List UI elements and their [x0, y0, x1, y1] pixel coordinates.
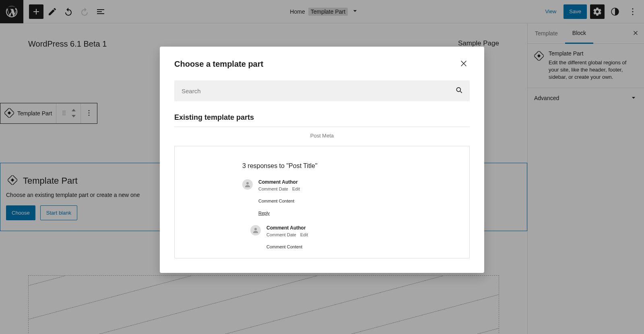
svg-point-20 — [246, 182, 249, 184]
modal-overlay[interactable]: Choose a template part Existing template… — [0, 0, 644, 334]
svg-point-19 — [456, 88, 460, 92]
comment-item: Comment Author Comment DateEdit Comment … — [242, 179, 402, 215]
choose-template-modal: Choose a template part Existing template… — [160, 47, 484, 273]
pattern-label: Post Meta — [174, 133, 470, 139]
svg-point-21 — [254, 228, 257, 230]
pattern-card[interactable]: 3 responses to "Post Title" Comment Auth… — [174, 146, 470, 258]
section-title: Existing template parts — [174, 113, 470, 127]
preview-heading: 3 responses to "Post Title" — [242, 162, 402, 170]
avatar-icon — [242, 179, 253, 190]
search-input[interactable] — [174, 80, 470, 101]
comment-item: Comment Author Comment DateEdit Comment … — [250, 225, 402, 249]
search-icon — [455, 86, 463, 96]
close-modal-button[interactable] — [458, 58, 470, 70]
modal-title: Choose a template part — [174, 59, 263, 69]
avatar-icon — [250, 225, 261, 236]
